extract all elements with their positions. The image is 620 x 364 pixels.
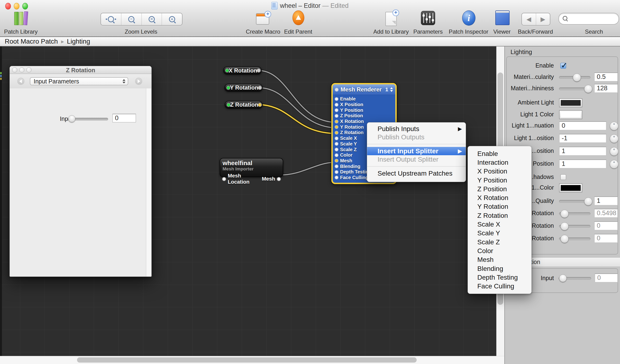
menu-item-insert-input-splitter[interactable]: Insert Input Splitter▶ [367,147,466,155]
forward-button[interactable]: ▶ [536,13,550,25]
inspector-slider-thumb[interactable] [559,274,567,282]
port-connected-icon[interactable] [335,159,338,162]
inspector-checkbox[interactable] [560,174,566,180]
inspector-slider-thumb[interactable] [584,85,592,93]
port-output-icon[interactable] [257,69,260,72]
submenu-item-interaction[interactable]: Interaction [468,158,531,167]
parameter-window-scrollbar[interactable] [146,88,151,276]
inspector-field[interactable]: 0.5 [594,73,618,81]
previous-patch-button[interactable] [17,78,24,85]
submenu-item-y-position[interactable]: Y Position [468,176,531,185]
parameter-window-titlebar[interactable]: Z Rotation [10,66,152,74]
port-icon[interactable] [335,176,338,179]
edit-parent-icon[interactable] [293,10,304,25]
port-connected-icon[interactable] [335,131,338,134]
submenu-item-x-rotation[interactable]: X Rotation [468,193,531,202]
menu-item-publish-inputs[interactable]: Publish Inputs▶ [367,125,466,133]
port-icon[interactable] [335,142,338,145]
port-icon[interactable] [335,109,338,112]
inspector-slider-thumb[interactable] [584,197,592,205]
submenu-item-z-position[interactable]: Z Position [468,185,531,193]
zoom-fit-button[interactable]: = [141,13,162,25]
submenu-item-depth-testing[interactable]: Depth Testing [468,273,531,282]
port-connected-icon[interactable] [335,120,338,123]
port-icon[interactable] [335,103,338,106]
inspector-field[interactable]: 0.5498 [594,209,618,218]
inspector-knob[interactable] [610,147,618,156]
create-macro-icon[interactable]: + [256,11,271,25]
inspector-knob[interactable] [610,122,618,130]
port-input-icon[interactable] [227,86,230,89]
inspector-field[interactable]: 1 [559,147,606,156]
inspector-colorwell[interactable] [559,183,582,192]
zoom-out-button[interactable]: − [121,13,141,25]
inspector-checkbox[interactable] [560,63,566,69]
back-forward-control[interactable]: ◀ ▶ [521,13,550,26]
port-output-icon[interactable] [258,103,262,106]
inspector-slider-thumb[interactable] [573,74,581,81]
graph-horizontal-scrollbar[interactable] [0,356,504,364]
breadcrumb-root[interactable]: Root Macro Patch [5,38,58,45]
input-param-field[interactable]: 0 [112,114,136,122]
inspector-colorwell[interactable] [559,98,582,107]
inspector-colorwell[interactable] [559,110,582,119]
create-macro-button[interactable]: Create Macro [246,29,280,35]
parameter-view-select[interactable]: Input Parameters [30,77,128,85]
back-button[interactable]: ◀ [522,13,536,25]
submenu-item-enable[interactable]: Enable [468,149,531,158]
inspector-field[interactable]: 0 [595,273,618,283]
patch-library-button[interactable]: Patch Library [4,29,37,35]
submenu-item-face-culling[interactable]: Face Culling [468,282,531,290]
node-x-rotation[interactable]: X Rotation [223,67,262,75]
inspector-field[interactable]: 0 [594,221,618,230]
submenu-item-blending[interactable]: Blending [468,264,531,273]
breadcrumb-current[interactable]: Lighting [67,38,90,45]
edit-parent-button[interactable]: Edit Parent [284,29,312,35]
inspector-field[interactable]: 1 [594,197,618,205]
port-icon[interactable] [223,178,226,181]
node-count-stepper[interactable] [390,87,393,92]
inspector-field[interactable]: 0 [594,234,618,243]
port-icon[interactable] [335,148,338,151]
parameter-window[interactable]: Z Rotation Input Parameters Input 0 [10,66,152,277]
add-to-library-icon[interactable]: + [385,10,399,25]
inspector-knob[interactable] [610,160,618,168]
inspector-slider-thumb[interactable] [560,222,569,230]
viewer-button[interactable]: Viewer [494,29,511,35]
menu-item-select-upstream-patches[interactable]: Select Upstream Patches [367,169,466,178]
inspector-slider-thumb[interactable] [560,235,569,243]
port-icon[interactable] [335,137,338,140]
inspector-field[interactable]: 128 [594,84,618,93]
patch-inspector-button[interactable]: Patch Inspector [449,29,488,35]
submenu-item-scale-x[interactable]: Scale X [468,220,531,229]
add-to-library-button[interactable]: Add to Library [373,29,409,35]
inspector-field[interactable]: 0 [559,121,606,130]
port-row-enable[interactable]: Enable [335,96,395,102]
inspector-slider-thumb[interactable] [560,210,569,218]
horizontal-scrollbar-thumb[interactable] [77,357,417,363]
submenu-item-color[interactable]: Color [468,246,531,255]
port-input-icon[interactable] [227,103,230,106]
submenu-item-mesh[interactable]: Mesh [468,256,531,264]
inspector-field[interactable]: -1 [559,134,606,143]
next-patch-button[interactable] [135,78,142,85]
submenu-item-scale-y[interactable]: Scale Y [468,229,531,238]
node-mesh-importer[interactable]: wheelfinal Mesh Importer Mesh Location M… [220,158,283,177]
port-row-y-position[interactable]: Y Position [335,107,395,113]
zoom-in-button[interactable]: + [162,13,182,25]
node-y-rotation[interactable]: Y Rotation [224,84,263,91]
node-header[interactable]: Mesh Renderer 1 [333,84,395,95]
zoom-actual-button[interactable] [101,13,121,25]
port-icon[interactable] [335,114,338,117]
port-input-icon[interactable] [226,69,229,72]
input-param-slider-thumb[interactable] [68,115,75,122]
zoom-levels-control[interactable]: − = + [100,13,183,26]
submenu-item-scale-z[interactable]: Scale Z [468,238,531,246]
port-icon[interactable] [277,178,280,181]
port-row-x-position[interactable]: X Position [335,102,395,107]
viewer-icon[interactable] [495,10,510,25]
inspector-field[interactable]: 1 [559,159,606,168]
submenu-item-x-position[interactable]: X Position [468,167,531,176]
port-icon[interactable] [335,88,338,91]
port-icon[interactable] [335,171,338,173]
